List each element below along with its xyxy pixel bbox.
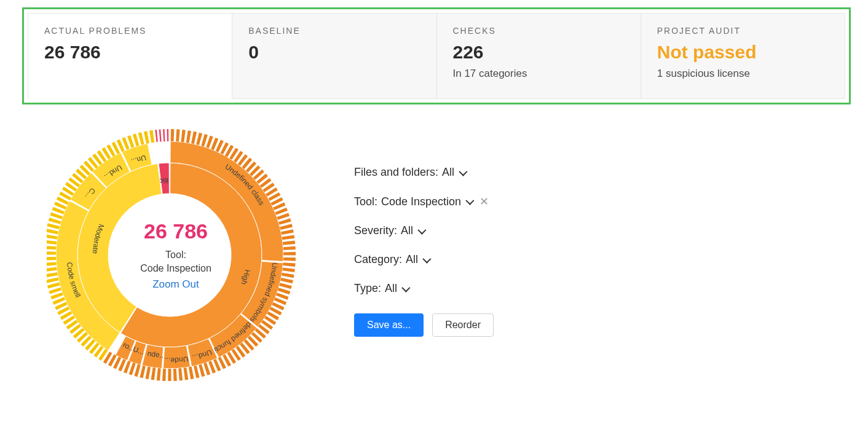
filter-value: All: [401, 224, 413, 237]
card-subtext: 1 suspicious license: [657, 68, 829, 80]
filter-label: Files and folders:: [354, 166, 438, 179]
filter-severity[interactable]: Severity: All: [354, 224, 494, 237]
card-label: CHECKS: [453, 26, 625, 36]
stats-summary: ACTUAL PROBLEMS 26 786 BASELINE 0 CHECKS…: [22, 7, 851, 104]
filter-value: All: [442, 166, 454, 179]
card-label: BASELINE: [248, 26, 420, 36]
card-label: ACTUAL PROBLEMS: [44, 26, 216, 36]
card-subtext: In 17 categories: [453, 68, 625, 80]
chevron-down-icon: [401, 283, 410, 292]
sunburst-chart[interactable]: HighUndefined classUndefined symbolsUnde…: [47, 117, 305, 406]
filters-panel: Files and folders: All Tool: Code Inspec…: [354, 117, 494, 337]
filter-type[interactable]: Type: All: [354, 282, 494, 295]
filter-label: Severity:: [354, 224, 397, 237]
card-value: 226: [453, 42, 625, 63]
filter-value: Code Inspection: [381, 195, 461, 208]
filter-label: Type:: [354, 282, 381, 295]
sunburst-tool-label: Tool: Code Inspection: [140, 248, 211, 275]
zoom-out-link[interactable]: Zoom Out: [140, 278, 211, 291]
chevron-down-icon: [459, 167, 467, 176]
filter-files[interactable]: Files and folders: All: [354, 166, 494, 179]
chevron-down-icon: [465, 197, 474, 205]
filter-value: All: [385, 282, 397, 295]
filter-label: Category:: [354, 253, 402, 266]
card-label: PROJECT AUDIT: [657, 26, 829, 36]
sunburst-center: 26 786 Tool: Code Inspection Zoom Out: [140, 219, 211, 291]
clear-filter-icon[interactable]: ✕: [479, 195, 489, 208]
card-value: 26 786: [44, 42, 216, 63]
chevron-down-icon: [422, 254, 431, 263]
card-value: 0: [248, 42, 420, 63]
filter-value: All: [406, 253, 418, 266]
card-value: Not passed: [657, 42, 829, 63]
card-checks[interactable]: CHECKS 226 In 17 categories: [437, 13, 641, 99]
card-actual-problems[interactable]: ACTUAL PROBLEMS 26 786: [28, 13, 232, 99]
filter-label: Tool:: [354, 195, 377, 208]
card-project-audit[interactable]: PROJECT AUDIT Not passed 1 suspicious li…: [641, 13, 845, 99]
sunburst-total: 26 786: [140, 219, 211, 243]
filter-category[interactable]: Category: All: [354, 253, 494, 266]
chevron-down-icon: [417, 226, 426, 234]
reorder-button[interactable]: Reorder: [432, 313, 494, 337]
filter-tool[interactable]: Tool: Code Inspection ✕: [354, 195, 494, 208]
save-as-button[interactable]: Save as...: [354, 313, 424, 337]
card-baseline[interactable]: BASELINE 0: [232, 13, 436, 99]
stat-cards: ACTUAL PROBLEMS 26 786 BASELINE 0 CHECKS…: [28, 13, 845, 99]
